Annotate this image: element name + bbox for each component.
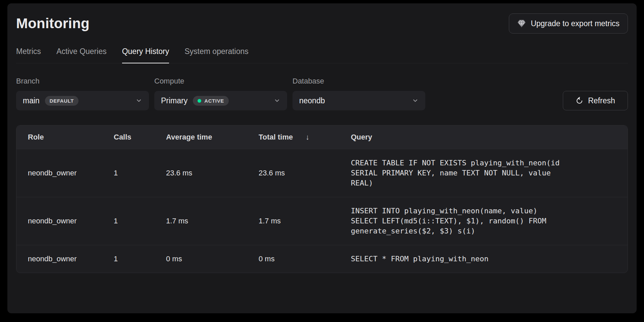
active-badge-label: ACTIVE	[204, 98, 224, 104]
average-time-cell: 0 ms	[166, 255, 259, 263]
compute-select[interactable]: Primary ACTIVE	[154, 91, 287, 110]
average-time-cell: 1.7 ms	[166, 217, 259, 225]
chevron-down-icon	[136, 97, 142, 104]
refresh-button[interactable]: Refresh	[563, 91, 628, 110]
table-row: neondb_owner 1 0 ms 0 ms SELECT * FROM p…	[16, 245, 628, 273]
sort-desc-icon[interactable]: ↓	[306, 133, 309, 142]
query-header-label: Query	[351, 133, 372, 142]
column-header-role[interactable]: Role	[28, 133, 114, 142]
refresh-button-label: Refresh	[588, 96, 615, 105]
gem-icon	[517, 19, 526, 28]
tab-metrics[interactable]: Metrics	[16, 47, 41, 63]
table-header-row: Role Calls Average time Total time ↓ Que…	[16, 125, 628, 149]
average-time-header-label: Average time	[166, 133, 212, 142]
query-history-table: Role Calls Average time Total time ↓ Que…	[16, 125, 628, 273]
role-header-label: Role	[28, 133, 44, 142]
monitoring-panel: Monitoring Upgrade to export metrics Met…	[7, 3, 637, 313]
table-row: neondb_owner 1 23.6 ms 23.6 ms CREATE TA…	[16, 149, 628, 197]
tab-active-queries[interactable]: Active Queries	[56, 47, 107, 63]
branch-select[interactable]: main DEFAULT	[16, 91, 149, 110]
chevron-down-icon	[274, 97, 280, 104]
branch-value: main	[23, 96, 40, 105]
compute-filter: Compute Primary ACTIVE	[154, 77, 287, 110]
compute-value: Primary	[161, 96, 187, 105]
column-header-average-time[interactable]: Average time	[166, 133, 259, 142]
database-select[interactable]: neondb	[292, 91, 425, 110]
calls-cell: 1	[114, 217, 166, 225]
query-cell: CREATE TABLE IF NOT EXISTS playing_with_…	[351, 158, 566, 188]
compute-label: Compute	[154, 77, 287, 86]
chevron-down-icon	[412, 97, 419, 104]
active-status-dot	[198, 99, 201, 103]
calls-cell: 1	[114, 255, 166, 263]
tab-bar: Metrics Active Queries Query History Sys…	[16, 47, 628, 63]
branch-label: Branch	[16, 77, 149, 86]
role-cell: neondb_owner	[28, 255, 114, 263]
upgrade-button-label: Upgrade to export metrics	[531, 19, 620, 28]
total-time-header-label: Total time	[259, 133, 293, 142]
active-badge: ACTIVE	[193, 96, 229, 106]
calls-cell: 1	[114, 169, 166, 177]
default-badge: DEFAULT	[45, 96, 78, 106]
table-row: neondb_owner 1 1.7 ms 1.7 ms INSERT INTO…	[16, 197, 628, 245]
branch-filter: Branch main DEFAULT	[16, 77, 149, 110]
query-cell: INSERT INTO playing_with_neon(name, valu…	[351, 206, 566, 236]
tab-query-history[interactable]: Query History	[122, 47, 169, 63]
page-title: Monitoring	[16, 15, 90, 32]
database-filter: Database neondb	[292, 77, 425, 110]
total-time-cell: 0 ms	[259, 255, 351, 263]
database-value: neondb	[299, 96, 325, 105]
tab-system-operations[interactable]: System operations	[184, 47, 248, 63]
role-cell: neondb_owner	[28, 217, 114, 225]
refresh-icon	[576, 97, 583, 105]
role-cell: neondb_owner	[28, 169, 114, 177]
query-cell: SELECT * FROM playing_with_neon	[351, 254, 566, 264]
column-header-calls[interactable]: Calls	[114, 133, 166, 142]
upgrade-to-export-metrics-button[interactable]: Upgrade to export metrics	[509, 13, 628, 34]
total-time-cell: 1.7 ms	[259, 217, 351, 225]
calls-header-label: Calls	[114, 133, 131, 142]
average-time-cell: 23.6 ms	[166, 169, 259, 177]
column-header-query[interactable]: Query	[351, 133, 618, 142]
column-header-total-time[interactable]: Total time ↓	[259, 133, 351, 142]
database-label: Database	[292, 77, 425, 86]
page-header: Monitoring Upgrade to export metrics	[16, 13, 628, 34]
total-time-cell: 23.6 ms	[259, 169, 351, 177]
filter-bar: Branch main DEFAULT Compute Primary ACTI…	[16, 77, 628, 110]
